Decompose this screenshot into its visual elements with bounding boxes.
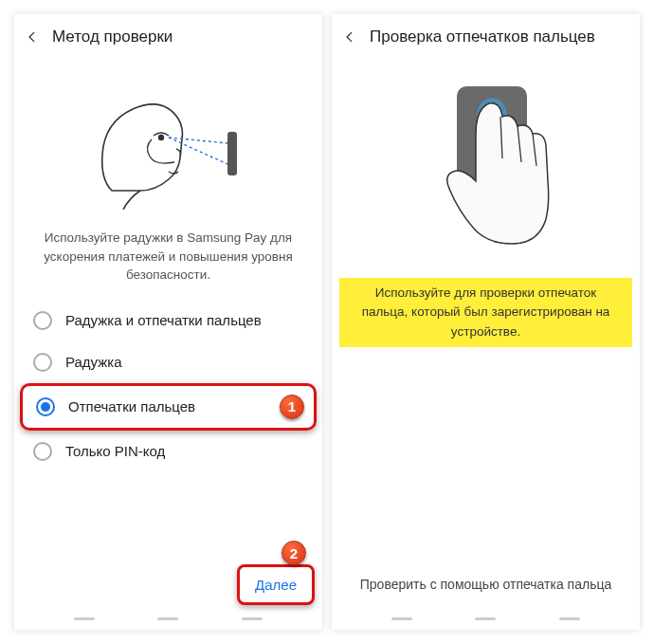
options-list: Радужка и отпечатки пальцев Радужка Отпе… (14, 300, 322, 472)
option-pin-only[interactable]: Только PIN-код (20, 431, 317, 472)
callout-badge-2: 2 (282, 541, 306, 565)
android-navbar (332, 613, 640, 630)
footer: Далее 2 (14, 557, 322, 613)
verify-footer-text: Проверить с помощью отпечатка пальца (332, 561, 640, 613)
header: Проверка отпечатков пальцев (332, 14, 640, 60)
callout-badge-1: 1 (280, 395, 304, 419)
option-iris-and-fingerprint[interactable]: Радужка и отпечатки пальцев (20, 300, 317, 341)
option-iris[interactable]: Радужка (20, 341, 317, 383)
radio-icon (33, 353, 52, 372)
svg-line-3 (169, 138, 227, 164)
page-title: Метод проверки (52, 28, 173, 46)
description-text: Используйте радужки в Samsung Pay для ус… (14, 219, 322, 300)
nav-recent-icon[interactable] (391, 617, 412, 620)
radio-icon (33, 442, 52, 461)
nav-home-icon[interactable] (157, 617, 178, 620)
header: Метод проверки (14, 14, 322, 60)
fingerprint-hand-illustration (332, 60, 640, 267)
next-button[interactable]: Далее 2 (237, 564, 315, 605)
radio-icon (33, 311, 52, 330)
svg-line-2 (169, 138, 227, 143)
back-icon[interactable] (343, 30, 356, 44)
android-navbar (14, 613, 322, 630)
option-fingerprint[interactable]: Отпечатки пальцев 1 (20, 383, 317, 431)
svg-rect-1 (227, 132, 237, 175)
screen-verification-method: Метод проверки Используйте радужки в Sam… (14, 14, 322, 630)
nav-back-icon[interactable] (559, 617, 580, 620)
option-label: Отпечатки пальцев (68, 398, 195, 414)
nav-back-icon[interactable] (242, 617, 263, 620)
option-label: Радужка и отпечатки пальцев (65, 312, 262, 328)
option-label: Радужка (65, 354, 122, 370)
option-label: Только PIN-код (65, 443, 165, 459)
next-button-label: Далее (255, 577, 297, 593)
svg-point-0 (157, 135, 163, 140)
back-icon[interactable] (26, 30, 39, 44)
page-title: Проверка отпечатков пальцев (370, 28, 595, 46)
nav-recent-icon[interactable] (74, 617, 95, 620)
iris-scan-illustration (14, 60, 322, 219)
highlighted-instruction: Используйте для проверки отпечаток пальц… (339, 278, 632, 347)
radio-icon (36, 397, 55, 416)
screen-fingerprint-verify: Проверка отпечатков пальцев Используйте … (332, 14, 640, 630)
nav-home-icon[interactable] (475, 617, 496, 620)
